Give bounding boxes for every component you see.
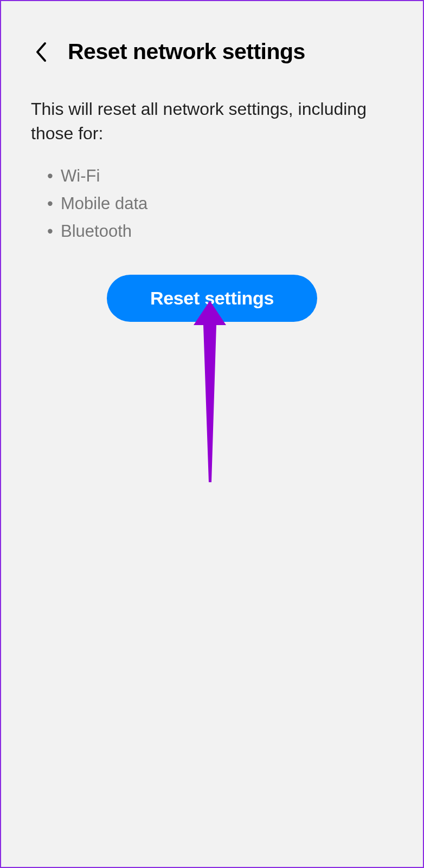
reset-settings-button[interactable]: Reset settings xyxy=(107,275,317,322)
list-item: Mobile data xyxy=(50,190,393,217)
back-icon[interactable] xyxy=(31,42,50,62)
description-text: This will reset all network settings, in… xyxy=(1,81,423,146)
reset-items-list: Wi-Fi Mobile data Bluetooth xyxy=(1,146,423,245)
list-item: Bluetooth xyxy=(50,217,393,245)
list-item: Wi-Fi xyxy=(50,162,393,190)
page-title: Reset network settings xyxy=(68,39,305,64)
annotation-arrow-icon xyxy=(188,298,232,488)
